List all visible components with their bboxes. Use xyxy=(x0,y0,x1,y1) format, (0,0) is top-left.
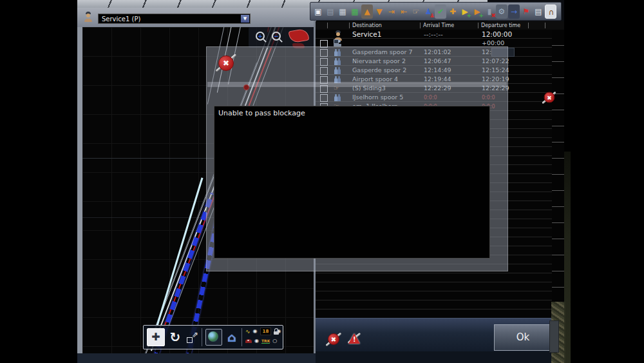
cell-destination: Service1 xyxy=(352,30,382,38)
screen: Service1 (P) ▼ + − ▣▤▦▦▲▼⇥⇤☞♟♟✔✚▶+▶+▮✖⚙→… xyxy=(0,0,644,363)
add-waypoint-icon[interactable]: ▶+ xyxy=(471,5,483,19)
toolbar-divider xyxy=(202,328,202,346)
radio-button[interactable]: ◉ xyxy=(253,328,258,335)
panel-bottom-strip xyxy=(77,353,316,363)
radio-button[interactable]: ◉ xyxy=(254,338,259,344)
indent-right-icon[interactable]: ⇥ xyxy=(386,5,397,19)
value-display: 18 xyxy=(260,328,272,335)
arrow-down-icon[interactable]: ▼ xyxy=(374,5,385,19)
timetable-header: Destination Arrival Time Departure time xyxy=(316,21,564,30)
globe-icon xyxy=(208,331,218,342)
world-button[interactable] xyxy=(205,329,222,346)
blocked-status-icon: ✖ xyxy=(326,331,341,347)
col-departure: Departure time xyxy=(481,23,520,28)
padlock-deny-icon[interactable]: ▮✖ xyxy=(484,5,495,19)
green-grid-icon[interactable]: ▦ xyxy=(349,5,361,19)
dialog-overlay: ✖ Unable to pass blockage xyxy=(206,46,508,271)
arrow-up-box-icon[interactable]: ▲ xyxy=(361,5,373,19)
service-dropdown-value: Service1 (P) xyxy=(102,15,140,23)
gradient-toggle-icon[interactable]: ∿ xyxy=(245,328,251,335)
chevron-down-icon[interactable]: ▼ xyxy=(241,15,249,23)
timetable-right-strip xyxy=(552,30,564,318)
zoom-out-button[interactable]: − xyxy=(271,31,283,43)
trash-icon[interactable]: ▤ xyxy=(325,5,336,19)
hand-pointer-icon[interactable]: ☞ xyxy=(410,5,422,19)
blocked-indicator-icon: ✖ xyxy=(542,90,556,104)
arrow-into-box-icon[interactable]: → xyxy=(508,5,520,19)
radio-button[interactable]: ○ xyxy=(272,338,277,344)
track-panel-icon[interactable]: ▤ xyxy=(533,5,544,19)
dialog-message-box: Unable to pass blockage xyxy=(214,106,490,259)
pan-tool-button[interactable]: ✚ xyxy=(147,328,165,346)
grid-icon[interactable]: ▦ xyxy=(337,5,348,19)
col-destination: Destination xyxy=(352,23,382,28)
editor-toolbar: ✚ ↻ ⇗ ⌂ ∿ ◉ 18 ◉ ◉ TRK ○ xyxy=(143,325,283,349)
blocked-icon: ✖ xyxy=(216,53,236,74)
world-texture xyxy=(551,302,565,363)
world-sliver xyxy=(564,152,571,363)
cell-departure: 12:00:00 xyxy=(482,30,512,38)
cell-arrival: --:--:-- xyxy=(424,30,443,38)
expand-arrows-icon[interactable]: ✚ xyxy=(447,5,459,19)
zoom-bar: + − xyxy=(249,27,314,48)
warning-status-icon: ! xyxy=(347,332,361,345)
cell-departure: +00:00 xyxy=(482,39,504,46)
box-gear-icon[interactable]: ⚙ xyxy=(496,5,507,19)
save-icon[interactable]: ▣ xyxy=(312,5,324,19)
col-arrival: Arrival Time xyxy=(423,23,454,28)
dialog-highlight-band xyxy=(207,82,507,87)
flag-icon[interactable]: ⚑ xyxy=(520,5,532,19)
scale-tool-button[interactable]: ⇗ xyxy=(185,330,198,344)
timetable-row[interactable]: Service1--:--:--12:00:00 xyxy=(316,30,552,39)
zoom-out-icon: − xyxy=(272,32,281,41)
mound-toggle-icon[interactable] xyxy=(245,339,252,343)
add-route-icon[interactable]: ▶+ xyxy=(459,5,471,19)
toolbar-divider xyxy=(242,328,242,346)
ok-button[interactable]: Ok xyxy=(494,324,552,351)
home-button[interactable]: ⌂ xyxy=(225,329,238,346)
trk-label: TRK xyxy=(261,338,270,344)
tunnel-icon[interactable]: ∩ xyxy=(545,5,556,19)
world-texture-detail xyxy=(549,320,559,353)
top-toolbar: ▣▤▦▦▲▼⇥⇤☞♟♟✔✚▶+▶+▮✖⚙→⚑▤∩ xyxy=(310,2,562,21)
driver-icon xyxy=(84,12,93,22)
dialog-message: Unable to pass blockage xyxy=(218,109,305,117)
bottom-panel: ✖ ! Ok xyxy=(316,318,551,351)
scale-arrow-icon: ⇗ xyxy=(192,330,198,339)
map-panel-header: Service1 (P) ▼ xyxy=(77,8,316,27)
service-dropdown[interactable]: Service1 (P) ▼ xyxy=(98,14,251,24)
task-icon xyxy=(334,39,341,46)
zoom-in-icon: + xyxy=(256,32,265,41)
indent-left-icon[interactable]: ⇤ xyxy=(398,5,410,19)
zoom-in-button[interactable]: + xyxy=(255,31,267,43)
people-icon[interactable]: ♟♟ xyxy=(422,5,434,19)
map-red-dot xyxy=(243,84,249,90)
display-settings-panel: ∿ ◉ 18 ◉ ◉ TRK ○ xyxy=(245,327,279,348)
signal-check-icon[interactable]: ✔ xyxy=(435,5,446,19)
red-curve-marker xyxy=(289,28,310,44)
bottom-strip xyxy=(316,351,551,363)
rotate-tool-button[interactable]: ↻ xyxy=(168,329,182,346)
